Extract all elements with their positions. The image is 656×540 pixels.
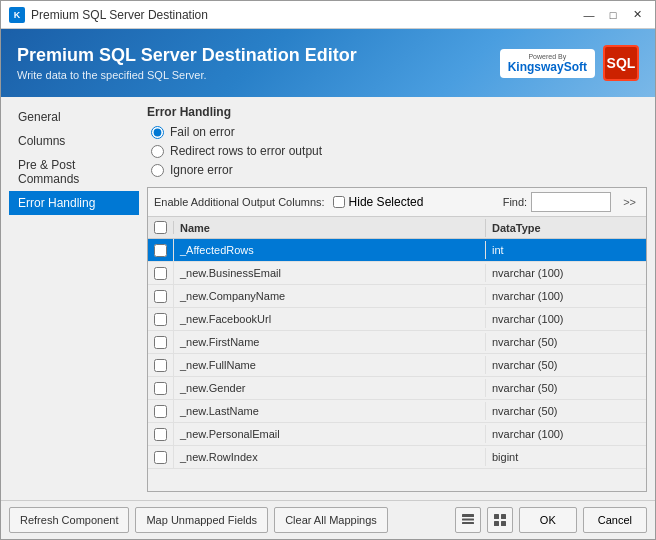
close-button[interactable]: ✕ bbox=[627, 7, 647, 23]
row-datatype-4: nvarchar (50) bbox=[486, 333, 646, 351]
row-name-6: _new.Gender bbox=[174, 379, 486, 397]
row-checkbox-7[interactable] bbox=[154, 405, 167, 418]
row-name-1: _new.BusinessEmail bbox=[174, 264, 486, 282]
data-table: Name DataType _AffectedRows int _new.Bus… bbox=[148, 217, 646, 491]
table-row[interactable]: _new.CompanyName nvarchar (100) bbox=[148, 285, 646, 308]
col-check-header bbox=[148, 221, 174, 234]
hide-selected-checkbox[interactable] bbox=[333, 196, 345, 208]
col-name-header: Name bbox=[174, 219, 486, 237]
row-name-2: _new.CompanyName bbox=[174, 287, 486, 305]
row-check-6 bbox=[148, 377, 174, 399]
sidebar-item-columns[interactable]: Columns bbox=[9, 129, 139, 153]
radio-ignore-error[interactable]: Ignore error bbox=[151, 163, 647, 177]
main-window: K Premium SQL Server Destination — □ ✕ P… bbox=[0, 0, 656, 540]
row-name-5: _new.FullName bbox=[174, 356, 486, 374]
row-name-9: _new.RowIndex bbox=[174, 448, 486, 466]
row-datatype-2: nvarchar (100) bbox=[486, 287, 646, 305]
row-datatype-5: nvarchar (50) bbox=[486, 356, 646, 374]
header-banner: Premium SQL Server Destination Editor Wr… bbox=[1, 29, 655, 97]
error-handling-section: Error Handling Fail on error Redirect ro… bbox=[147, 105, 647, 177]
row-checkbox-8[interactable] bbox=[154, 428, 167, 441]
row-name-7: _new.LastName bbox=[174, 402, 486, 420]
table-row[interactable]: _new.Gender nvarchar (50) bbox=[148, 377, 646, 400]
row-checkbox-0[interactable] bbox=[154, 244, 167, 257]
icon-btn-1[interactable] bbox=[455, 507, 481, 533]
table-row[interactable]: _new.PersonalEmail nvarchar (100) bbox=[148, 423, 646, 446]
table-section: Enable Additional Output Columns: Hide S… bbox=[147, 187, 647, 492]
row-name-4: _new.FirstName bbox=[174, 333, 486, 351]
table-icon bbox=[461, 513, 475, 527]
row-checkbox-6[interactable] bbox=[154, 382, 167, 395]
table-row[interactable]: _new.BusinessEmail nvarchar (100) bbox=[148, 262, 646, 285]
header-logo: Powered By KingswaySoft SQL bbox=[500, 45, 639, 81]
sidebar-item-error-handling[interactable]: Error Handling bbox=[9, 191, 139, 215]
svg-rect-5 bbox=[494, 521, 499, 526]
powered-by-text: Powered By bbox=[528, 53, 566, 60]
svg-rect-3 bbox=[494, 514, 499, 519]
main-panel: Error Handling Fail on error Redirect ro… bbox=[147, 105, 647, 492]
editor-subtitle: Write data to the specified SQL Server. bbox=[17, 69, 357, 81]
cancel-button[interactable]: Cancel bbox=[583, 507, 647, 533]
radio-group: Fail on error Redirect rows to error out… bbox=[151, 125, 647, 177]
table-row[interactable]: _new.FacebookUrl nvarchar (100) bbox=[148, 308, 646, 331]
row-checkbox-9[interactable] bbox=[154, 451, 167, 464]
row-datatype-7: nvarchar (50) bbox=[486, 402, 646, 420]
row-datatype-3: nvarchar (100) bbox=[486, 310, 646, 328]
row-datatype-8: nvarchar (100) bbox=[486, 425, 646, 443]
section-title: Error Handling bbox=[147, 105, 647, 119]
row-datatype-0: int bbox=[486, 241, 646, 259]
row-datatype-9: bigint bbox=[486, 448, 646, 466]
table-row[interactable]: _new.FirstName nvarchar (50) bbox=[148, 331, 646, 354]
row-checkbox-5[interactable] bbox=[154, 359, 167, 372]
editor-title: Premium SQL Server Destination Editor bbox=[17, 45, 357, 66]
row-check-0 bbox=[148, 239, 174, 261]
radio-fail-on-error[interactable]: Fail on error bbox=[151, 125, 647, 139]
table-header-bar: Enable Additional Output Columns: Hide S… bbox=[148, 188, 646, 217]
icon-btn-2[interactable] bbox=[487, 507, 513, 533]
table-col-headers: Name DataType bbox=[148, 217, 646, 239]
row-checkbox-1[interactable] bbox=[154, 267, 167, 280]
title-bar-text: Premium SQL Server Destination bbox=[31, 8, 579, 22]
refresh-button[interactable]: Refresh Component bbox=[9, 507, 129, 533]
row-checkbox-4[interactable] bbox=[154, 336, 167, 349]
map-unmapped-button[interactable]: Map Unmapped Fields bbox=[135, 507, 268, 533]
row-datatype-1: nvarchar (100) bbox=[486, 264, 646, 282]
title-bar: K Premium SQL Server Destination — □ ✕ bbox=[1, 1, 655, 29]
sidebar-item-pre-post-commands[interactable]: Pre & Post Commands bbox=[9, 153, 139, 191]
title-bar-controls: — □ ✕ bbox=[579, 7, 647, 23]
ok-button[interactable]: OK bbox=[519, 507, 577, 533]
minimize-button[interactable]: — bbox=[579, 7, 599, 23]
expand-button[interactable]: >> bbox=[619, 196, 640, 208]
sidebar-item-general[interactable]: General bbox=[9, 105, 139, 129]
table-row[interactable]: _new.FullName nvarchar (50) bbox=[148, 354, 646, 377]
table-row[interactable]: _new.RowIndex bigint bbox=[148, 446, 646, 469]
table-header-label: Enable Additional Output Columns: bbox=[154, 196, 325, 208]
svg-rect-4 bbox=[501, 514, 506, 519]
row-check-3 bbox=[148, 308, 174, 330]
row-checkbox-3[interactable] bbox=[154, 313, 167, 326]
svg-rect-6 bbox=[501, 521, 506, 526]
radio-redirect-rows[interactable]: Redirect rows to error output bbox=[151, 144, 647, 158]
table-row[interactable]: _new.LastName nvarchar (50) bbox=[148, 400, 646, 423]
hide-selected-label: Hide Selected bbox=[349, 195, 424, 209]
row-check-1 bbox=[148, 262, 174, 284]
maximize-button[interactable]: □ bbox=[603, 7, 623, 23]
find-input[interactable] bbox=[531, 192, 611, 212]
table-row[interactable]: _AffectedRows int bbox=[148, 239, 646, 262]
row-check-7 bbox=[148, 400, 174, 422]
kingsway-logo: Powered By KingswaySoft bbox=[500, 49, 595, 78]
clear-mappings-button[interactable]: Clear All Mappings bbox=[274, 507, 388, 533]
app-icon: K bbox=[9, 7, 25, 23]
select-all-checkbox[interactable] bbox=[154, 221, 167, 234]
hide-selected-area: Hide Selected bbox=[333, 195, 424, 209]
content-area: General Columns Pre & Post Commands Erro… bbox=[1, 97, 655, 500]
header-title-area: Premium SQL Server Destination Editor Wr… bbox=[17, 45, 357, 81]
find-label: Find: bbox=[503, 196, 527, 208]
grid-icon bbox=[493, 513, 507, 527]
svg-rect-0 bbox=[462, 514, 474, 517]
sidebar: General Columns Pre & Post Commands Erro… bbox=[9, 105, 139, 492]
row-datatype-6: nvarchar (50) bbox=[486, 379, 646, 397]
row-checkbox-2[interactable] bbox=[154, 290, 167, 303]
row-name-3: _new.FacebookUrl bbox=[174, 310, 486, 328]
svg-rect-2 bbox=[462, 522, 474, 524]
